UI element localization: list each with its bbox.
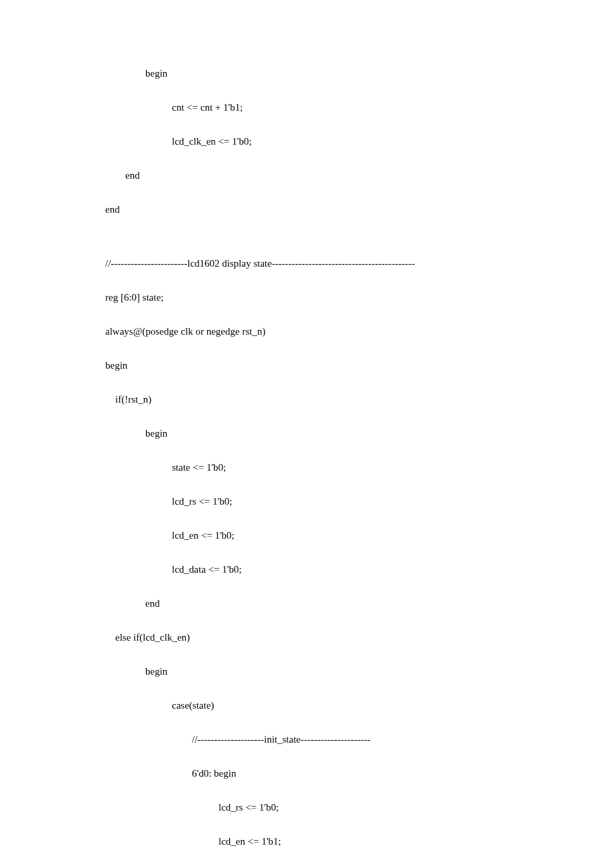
- blank-line: [105, 679, 613, 699]
- code-line: begin: [105, 427, 613, 441]
- code-line: if(!rst_n): [105, 393, 613, 407]
- blank-line: [105, 217, 613, 237]
- code-line: else if(lcd_clk_en): [105, 631, 613, 645]
- code-line: begin: [105, 67, 613, 81]
- blank-line: [105, 271, 613, 291]
- blank-line: [105, 305, 613, 325]
- code-line: //--------------------init_state--------…: [105, 733, 613, 747]
- blank-line: [105, 747, 613, 767]
- blank-line: [105, 645, 613, 665]
- code-line: begin: [105, 665, 613, 679]
- blank-line: [105, 373, 613, 393]
- blank-line: [105, 543, 613, 563]
- code-line: reg [6:0] state;: [105, 291, 613, 305]
- code-line: lcd_en <= 1'b0;: [105, 529, 613, 543]
- blank-line: [105, 815, 613, 835]
- blank-line: [105, 611, 613, 631]
- blank-line: [105, 339, 613, 359]
- code-line: end: [105, 169, 613, 183]
- code-line: lcd_en <= 1'b1;: [105, 835, 613, 849]
- document-page: begin cnt <= cnt + 1'b1; lcd_clk_en <= 1…: [0, 0, 613, 868]
- code-line: lcd_rs <= 1'b0;: [105, 495, 613, 509]
- code-line: end: [105, 597, 613, 611]
- blank-line: [105, 115, 613, 135]
- code-line: //-----------------------lcd1602 display…: [105, 257, 613, 271]
- code-line: state <= 1'b0;: [105, 461, 613, 475]
- blank-line: [105, 81, 613, 101]
- blank-line: [105, 713, 613, 733]
- code-line: lcd_data <= 1'b0;: [105, 563, 613, 577]
- code-block: begin cnt <= cnt + 1'b1; lcd_clk_en <= 1…: [105, 67, 613, 868]
- blank-line: [105, 441, 613, 461]
- blank-line: [105, 183, 613, 203]
- blank-line: [105, 781, 613, 801]
- blank-line: [105, 149, 613, 169]
- blank-line: [105, 475, 613, 495]
- code-line: lcd_clk_en <= 1'b0;: [105, 135, 613, 149]
- code-line: always@(posedge clk or negedge rst_n): [105, 325, 613, 339]
- blank-line: [105, 849, 613, 868]
- code-line: case(state): [105, 699, 613, 713]
- code-line: 6'd0: begin: [105, 767, 613, 781]
- code-line: end: [105, 203, 613, 217]
- blank-line: [105, 509, 613, 529]
- blank-line: [105, 577, 613, 597]
- code-line: cnt <= cnt + 1'b1;: [105, 101, 613, 115]
- code-line: begin: [105, 359, 613, 373]
- blank-line: [105, 237, 613, 257]
- code-line: lcd_rs <= 1'b0;: [105, 801, 613, 815]
- blank-line: [105, 407, 613, 427]
